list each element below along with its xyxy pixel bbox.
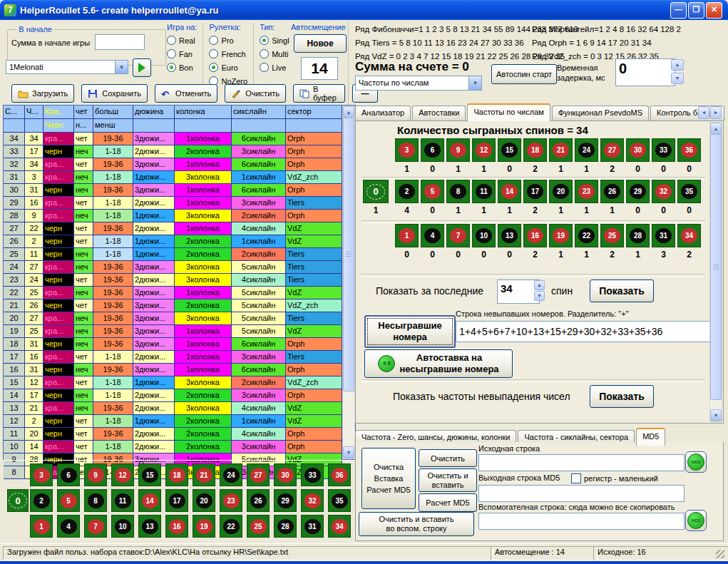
- number-cell-20[interactable]: 201: [550, 180, 572, 215]
- source-string-input[interactable]: [478, 454, 685, 471]
- number-cell-2[interactable]: 24: [396, 180, 418, 215]
- panel-scrollbar[interactable]: ▲ ▼: [709, 122, 722, 422]
- number-cell-5[interactable]: 50: [421, 180, 444, 215]
- number-cell-8[interactable]: 81: [447, 180, 469, 215]
- number-cell-23[interactable]: 231: [575, 180, 598, 215]
- md5-run-button[interactable]: MD5: [685, 451, 707, 473]
- board-cell-19[interactable]: 19: [193, 515, 215, 538]
- board-cell-35[interactable]: 35: [328, 489, 351, 512]
- number-cell-16[interactable]: 162: [524, 224, 546, 260]
- table-row[interactable]: 1120чернчет19-362дюжи...2колонка4сиклайн…: [4, 428, 355, 441]
- board-cell-34[interactable]: 34: [328, 515, 351, 538]
- board-cell-21[interactable]: 21: [193, 463, 215, 486]
- table-row[interactable]: 1321кра...неч19-362дюжи...3колонка4сикла…: [4, 402, 355, 415]
- md5-run-aux-button[interactable]: MD5: [685, 510, 707, 531]
- board-cell-24[interactable]: 24: [220, 463, 242, 486]
- radio-option-singl[interactable]: Singl: [260, 36, 289, 45]
- number-cell-31[interactable]: 313: [652, 224, 675, 260]
- number-cell-10[interactable]: 100: [473, 224, 495, 260]
- radio-option-pro[interactable]: Pro: [209, 36, 247, 45]
- table-row[interactable]: 2027кра...неч19-363дюжи...3колонка5сикла…: [4, 312, 355, 325]
- title-bar[interactable]: 7 HelperRoullet 5.6- create helperroulle…: [0, 0, 728, 20]
- chevron-down-icon[interactable]: ▼: [468, 76, 482, 91]
- board-cell-9[interactable]: 9: [84, 463, 107, 486]
- tab-частоты-по-числам[interactable]: Частоты по числам: [467, 103, 550, 121]
- scroll-up-icon[interactable]: ▲: [343, 106, 354, 118]
- number-cell-21[interactable]: 211: [550, 138, 572, 174]
- close-button[interactable]: ✕: [706, 2, 722, 19]
- show-missing-freq-button[interactable]: Показать: [590, 385, 654, 408]
- number-cell-35[interactable]: 350: [678, 180, 700, 215]
- freq-zero-cell[interactable]: 01: [363, 180, 389, 215]
- spinner-up-icon[interactable]: ▲: [534, 280, 545, 290]
- lowercase-checkbox[interactable]: [571, 473, 581, 483]
- board-cell-31[interactable]: 31: [301, 515, 324, 538]
- board-cell-11[interactable]: 11: [111, 489, 134, 512]
- radio-option-live[interactable]: Live: [260, 63, 289, 72]
- number-cell-17[interactable]: 172: [524, 180, 546, 215]
- scroll-down-icon[interactable]: ▼: [343, 446, 354, 458]
- table-row[interactable]: 289кра...неч1-181дюжи...3колонка2сиклайн…: [4, 210, 355, 222]
- table-row[interactable]: 1631черннеч19-363дюжи...1колонка6сиклайн…: [4, 364, 355, 376]
- board-cell-25[interactable]: 25: [247, 515, 270, 538]
- spinner-down-icon[interactable]: ▼: [671, 73, 684, 84]
- board-cell-7[interactable]: 7: [84, 515, 107, 538]
- board-cell-12[interactable]: 12: [111, 463, 134, 486]
- board-cell-29[interactable]: 29: [274, 489, 297, 512]
- board-cell-14[interactable]: 14: [138, 489, 161, 512]
- board-cell-23[interactable]: 23: [220, 489, 242, 512]
- radio-option-fan[interactable]: Fan: [167, 49, 197, 58]
- md5-clear-and-paste-button[interactable]: Очистить ивставить: [419, 468, 477, 492]
- board-cell-32[interactable]: 32: [301, 489, 324, 512]
- table-row[interactable]: 1417черннеч1-182дюжи...2колонка3сиклайнO…: [4, 389, 355, 402]
- board-cell-3[interactable]: 3: [30, 463, 53, 486]
- new-autoshift-button[interactable]: Новое: [294, 34, 347, 53]
- board-cell-1[interactable]: 1: [30, 515, 53, 538]
- number-cell-15[interactable]: 150: [498, 138, 521, 174]
- board-cell-16[interactable]: 16: [165, 515, 188, 538]
- number-cell-3[interactable]: 31: [396, 138, 418, 174]
- board-cell-22[interactable]: 22: [220, 515, 242, 538]
- md5-clear-paste-aux-button[interactable]: Очистить и вставитьво вспом. строку: [359, 512, 474, 536]
- table-row[interactable]: 1014кра...чет1-182дюжи...2колонка3сиклай…: [4, 441, 355, 453]
- number-cell-1[interactable]: 10: [396, 224, 418, 260]
- board-cell-36[interactable]: 36: [328, 463, 351, 486]
- tab-scroll-left-icon[interactable]: ◄: [698, 106, 709, 119]
- board-cell-10[interactable]: 10: [111, 515, 134, 538]
- tab-анализатор[interactable]: Анализатор: [355, 106, 411, 121]
- number-cell-33[interactable]: 330: [652, 138, 675, 174]
- number-cell-36[interactable]: 360: [678, 138, 700, 174]
- maximize-button[interactable]: ❐: [688, 2, 704, 19]
- number-cell-13[interactable]: 130: [498, 224, 521, 260]
- number-cell-14[interactable]: 141: [498, 180, 521, 215]
- number-cell-4[interactable]: 40: [421, 224, 444, 260]
- table-row[interactable]: 3317черннеч1-182дюжи...2колонка3сиклайнO…: [4, 145, 355, 158]
- table-row[interactable]: 122чернчет1-181дюжи...2колонка1сиклайнVd…: [4, 415, 355, 428]
- radio-option-bon[interactable]: Bon: [167, 63, 197, 72]
- tab-автоставки[interactable]: Автоставки: [412, 106, 466, 121]
- mode-combobox[interactable]: Частоты по числам ▼: [355, 76, 482, 91]
- board-cell-20[interactable]: 20: [193, 489, 215, 512]
- autoshift-value[interactable]: 14: [301, 57, 338, 80]
- radio-option-multi[interactable]: Multi: [260, 49, 289, 58]
- board-cell-4[interactable]: 4: [57, 515, 80, 538]
- number-cell-32[interactable]: 320: [652, 180, 675, 215]
- radio-option-real[interactable]: Real: [167, 36, 197, 45]
- start-sum-input[interactable]: [95, 34, 145, 50]
- table-row[interactable]: 1831черннеч19-363дюжи...1колонка6сиклайн…: [4, 338, 355, 351]
- table-row[interactable]: 313кра...неч1-181дюжи...3колонка1сиклайн…: [4, 171, 355, 184]
- number-cell-7[interactable]: 70: [447, 224, 469, 260]
- md5-clear-paste-calc-button[interactable]: ОчисткаВставкаРасчет MD5: [362, 448, 416, 509]
- table-row[interactable]: 2225кра...неч19-363дюжи...1колонка5сикла…: [4, 287, 355, 299]
- toolbar-button-4[interactable]: Очистить: [225, 84, 286, 103]
- table-row[interactable]: 2126чернчет19-363дюжи...2колонка5сиклайн…: [4, 299, 355, 312]
- board-cell-2[interactable]: 2: [30, 489, 53, 512]
- missed-numbers-button[interactable]: Несыгравшиеномера: [364, 315, 456, 348]
- play-button[interactable]: [133, 58, 151, 77]
- show-last-input[interactable]: 34: [497, 280, 540, 304]
- number-cell-22[interactable]: 221: [575, 224, 598, 260]
- board-cell-18[interactable]: 18: [165, 463, 188, 486]
- number-cell-18[interactable]: 182: [524, 138, 546, 174]
- toolbar-button-1[interactable]: Загрузить: [11, 84, 74, 103]
- number-cell-25[interactable]: 252: [601, 224, 623, 260]
